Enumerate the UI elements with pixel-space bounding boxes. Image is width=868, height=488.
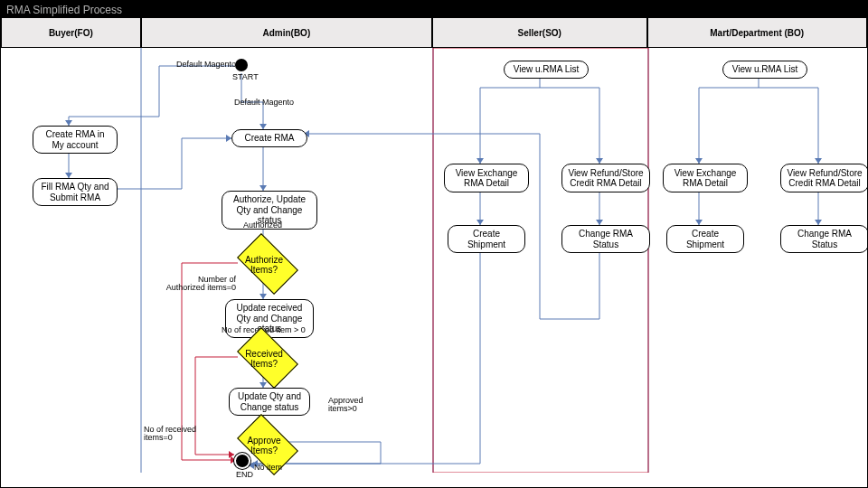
- box-create-rma-myaccount: Create RMA in My account: [33, 126, 118, 154]
- box-view-refund-mart: View Refund/Store Credit RMA Detail: [780, 164, 868, 192]
- box-update-qty: Update Qty and Change status: [229, 388, 310, 416]
- lane-mart: Mart/Department (BO): [647, 17, 867, 48]
- box-view-rma-list-mart: View u.RMA List: [722, 61, 807, 79]
- box-fill-submit: Fill RMA Qty and Submit RMA: [33, 178, 118, 206]
- box-view-exchange-mart: View Exchange RMA Detail: [663, 164, 748, 192]
- swimlane-header: Buyer(FO) Admin(BO) Seller(SO) Mart/Depa…: [1, 17, 867, 48]
- decision-authorize-items: [237, 233, 298, 295]
- box-view-refund-seller: View Refund/Store Credit RMA Detail: [561, 164, 650, 192]
- label-default-magento-1: Default Magento: [176, 61, 236, 69]
- label-num-auth-0: Number of Authorized items=0: [164, 276, 236, 293]
- box-change-status-mart: Change RMA Status: [780, 225, 868, 253]
- start-label: START: [232, 73, 259, 81]
- box-create-shipment-mart: Create Shipment: [666, 225, 744, 253]
- label-no-item: No item: [254, 464, 282, 472]
- connectors-svg: [1, 48, 868, 473]
- label-approved-gt0: Approved items>0: [328, 397, 379, 414]
- box-view-exchange-seller: View Exchange RMA Detail: [444, 164, 529, 192]
- title-bar: RMA Simplified Process: [1, 1, 867, 17]
- end-label: END: [236, 471, 253, 479]
- box-create-shipment-seller: Create Shipment: [448, 225, 525, 253]
- page: RMA Simplified Process Buyer(FO) Admin(B…: [0, 0, 868, 488]
- label-no-recv0: No of received items=0: [144, 426, 198, 443]
- box-create-rma: Create RMA: [231, 129, 307, 147]
- lane-buyer: Buyer(FO): [1, 17, 141, 48]
- box-change-status-seller: Change RMA Status: [561, 225, 650, 253]
- label-authorized: Authorized: [243, 221, 282, 230]
- lane-seller: Seller(SO): [432, 17, 647, 48]
- diagram-body: START Default Magento Default Magento Cr…: [1, 48, 867, 473]
- label-default-magento-2: Default Magento: [234, 99, 294, 107]
- start-icon: [235, 59, 248, 71]
- end-icon: [236, 455, 249, 467]
- svg-marker-9: [229, 451, 234, 458]
- box-view-rma-list-seller: View u.RMA List: [504, 61, 589, 79]
- lane-admin: Admin(BO): [141, 17, 432, 48]
